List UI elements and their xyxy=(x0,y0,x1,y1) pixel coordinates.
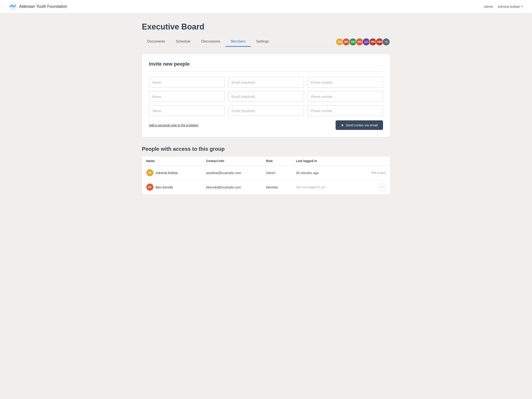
invite-phone-1[interactable] xyxy=(307,77,383,88)
table-row: AA Admiral Ackbar aackbar@example.com Ad… xyxy=(142,165,390,180)
person-name-1: Admiral Ackbar xyxy=(156,171,178,175)
invite-email-3[interactable] xyxy=(228,105,304,116)
invite-row-1 xyxy=(149,77,383,88)
tab-schedule[interactable]: Schedule xyxy=(171,37,196,47)
this-is-you-label: This is you! xyxy=(371,171,386,174)
org-name: Alderaan Youth Foundation xyxy=(19,4,67,9)
person-avatar-1: AA xyxy=(146,169,153,176)
invite-name-2[interactable] xyxy=(149,91,225,102)
col-role: Role xyxy=(266,159,296,163)
invite-row-3 xyxy=(149,105,383,116)
people-section-title: People with access to this group xyxy=(142,146,390,152)
header-right: Admin Admiral Ackbar ▼ xyxy=(484,5,523,8)
tab-documents[interactable]: Documents xyxy=(142,37,171,47)
invite-email-2[interactable] xyxy=(228,91,304,102)
person-actions-1: This is you! xyxy=(356,171,386,174)
invite-phone-3[interactable] xyxy=(307,105,383,116)
person-name-cell-2: BK Ben Kenobi xyxy=(146,184,206,191)
person-email-2: bkenobi@example.com xyxy=(206,185,266,189)
invite-card: Invite new people Add a personal note to… xyxy=(142,54,390,137)
person-role-1: Admin xyxy=(266,171,296,175)
people-table: Name Contact Info Role Last logged in AA… xyxy=(142,157,390,194)
invite-name-3[interactable] xyxy=(149,105,225,116)
invite-divider xyxy=(149,71,383,72)
person-name-2: Ben Kenobi xyxy=(156,185,173,189)
person-role-2: Member xyxy=(266,185,296,189)
chevron-down-icon: ▼ xyxy=(521,5,523,8)
person-avatar-2: BK xyxy=(146,184,153,191)
invite-row-2 xyxy=(149,91,383,102)
logo-area: Alderaan Youth Foundation xyxy=(9,3,67,11)
person-last-login-1: 30 minutes ago xyxy=(296,171,356,175)
invite-phone-2[interactable] xyxy=(307,91,383,102)
more-options-button[interactable]: ··· xyxy=(379,184,386,191)
member-avatars: AA BK GE HS LC MK MM +1 xyxy=(336,38,390,46)
header: Alderaan Youth Foundation Admin Admiral … xyxy=(0,0,532,13)
send-invites-label: Send invites via email xyxy=(346,123,378,127)
person-name-cell-1: AA Admiral Ackbar xyxy=(146,169,206,176)
tab-members[interactable]: Members xyxy=(225,37,251,47)
send-icon: ➤ xyxy=(341,123,344,127)
tab-discussions[interactable]: Discussions xyxy=(196,37,225,47)
user-menu[interactable]: Admiral Ackbar ▼ xyxy=(498,5,523,8)
table-header: Name Contact Info Role Last logged in xyxy=(142,157,390,165)
tabs-row: Documents Schedule Discussions Members S… xyxy=(142,37,390,47)
invite-card-footer: Add a personal note to the invitation ➤ … xyxy=(149,120,383,130)
user-name: Admiral Ackbar xyxy=(498,5,520,8)
person-email-1: aackbar@example.com xyxy=(206,171,266,175)
invite-name-1[interactable] xyxy=(149,77,225,88)
col-last-login: Last logged in xyxy=(296,159,356,163)
send-invites-button[interactable]: ➤ Send invites via email xyxy=(336,120,383,130)
invite-email-1[interactable] xyxy=(228,77,304,88)
logo-icon xyxy=(9,3,17,11)
col-name: Name xyxy=(146,159,206,163)
avatar-overflow[interactable]: +1 xyxy=(382,38,390,46)
page-content: Executive Board Documents Schedule Discu… xyxy=(133,13,399,194)
admin-label: Admin xyxy=(484,5,494,8)
person-actions-2: ··· xyxy=(356,184,386,191)
add-note-link[interactable]: Add a personal note to the invitation xyxy=(149,123,198,127)
col-actions xyxy=(356,159,386,163)
tab-settings[interactable]: Settings xyxy=(251,37,274,47)
person-last-login-2: Has not logged in yet xyxy=(296,185,356,189)
page-title: Executive Board xyxy=(142,22,390,32)
tabs-nav: Documents Schedule Discussions Members S… xyxy=(142,37,274,47)
col-contact: Contact Info xyxy=(206,159,266,163)
table-row: BK Ben Kenobi bkenobi@example.com Member… xyxy=(142,180,390,194)
invite-card-title: Invite new people xyxy=(149,61,383,67)
